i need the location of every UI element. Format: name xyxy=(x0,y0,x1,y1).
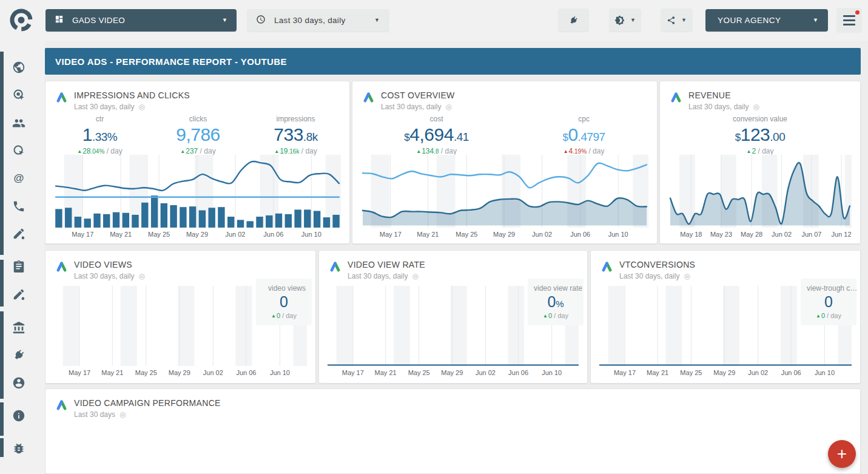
hamburger-icon xyxy=(843,15,855,17)
x-axis-label: May 17 xyxy=(614,369,636,376)
sidebar-item-billing bank-icon[interactable] xyxy=(12,321,25,334)
card-subtitle: Last 30 days xyxy=(74,410,115,419)
delta-up-icon: ▲ xyxy=(271,313,276,319)
card-title: IMPRESSIONS AND CLICKS xyxy=(74,90,190,100)
overlay-metric-value: 0% xyxy=(534,294,577,312)
sidebar-item-help info-icon[interactable] xyxy=(12,409,25,422)
sidebar-item-web globe-icon[interactable] xyxy=(12,61,25,74)
goal-icon: ◎ xyxy=(445,103,451,111)
plus-icon: + xyxy=(837,444,847,464)
agency-selector[interactable]: YOUR AGENCY ▼ xyxy=(705,9,828,32)
revenue-chart: May 18May 23May 28Jun 02Jun 07Jun 12 xyxy=(668,155,852,240)
delta-up-icon: ▲ xyxy=(180,149,185,154)
goal-icon: ◎ xyxy=(119,410,126,419)
sidebar-item-design pencil-dot-icon[interactable] xyxy=(12,288,25,301)
metric-overlay: view-trough c…0▲0 / day xyxy=(801,279,856,325)
x-axis-label: May 25 xyxy=(148,231,170,238)
integrations-button[interactable] xyxy=(558,8,589,32)
theme-button[interactable]: ▼ xyxy=(609,8,641,32)
card-title: VIDEO CAMPAIGN PERFORMANCE xyxy=(74,398,221,408)
dashboard-grid-icon xyxy=(55,15,64,26)
metric-value: 733.8k xyxy=(274,125,317,147)
delta-up-icon: ▲ xyxy=(77,149,82,154)
report-header: VIDEO ADS - PERFORMANCE REPORT - YOUTUBE xyxy=(45,48,861,75)
sidebar-item-integrations plug-icon[interactable] xyxy=(12,348,25,362)
metric-overlay: video views0▲0 / day xyxy=(256,279,312,325)
overlay-metric-label: video view rate xyxy=(534,284,577,293)
google-ads-icon xyxy=(55,90,68,103)
x-axis-label: May 23 xyxy=(710,231,732,238)
sidebar-item-forms clipboard-icon[interactable] xyxy=(12,260,25,273)
card-header: COST OVERVIEW Last 30 days, daily◎ xyxy=(352,81,657,111)
sidebar-item-debug bug-icon[interactable] xyxy=(12,442,25,455)
x-axis-label: Jun 06 xyxy=(263,231,283,238)
x-axis-label: Jun 10 xyxy=(815,369,835,376)
date-range-selector[interactable]: Last 30 days, daily ▼ xyxy=(247,9,389,32)
app-logo-icon xyxy=(8,7,34,33)
x-axis-label: May 17 xyxy=(380,231,402,238)
sidebar-item-audience people-icon[interactable] xyxy=(12,117,25,130)
chart-canvas: May 17May 21May 25May 29Jun 02Jun 06Jun … xyxy=(54,155,341,240)
x-axis-label: Jun 02 xyxy=(748,369,768,376)
sidebar-section-indicator xyxy=(0,311,4,399)
card-title: VTCONVERSIONS xyxy=(619,260,695,269)
clock-icon xyxy=(256,15,266,27)
card-subtitle: Last 30 days, daily xyxy=(74,103,134,111)
metric-cpc: cpc$0.4797▲4.19% / day xyxy=(562,115,605,155)
x-axis-label: May 21 xyxy=(647,369,668,376)
card-header: VTCONVERSIONS Last 30 days, daily◎ xyxy=(591,251,860,280)
share-button[interactable]: ▼ xyxy=(661,8,693,32)
x-axis-label: Jun 02 xyxy=(203,369,223,376)
date-range-label: Last 30 days, daily xyxy=(274,16,346,25)
metric-ctr: ctr1.33%▲28.04% / day xyxy=(77,115,122,155)
menu-button[interactable] xyxy=(836,8,862,33)
card-title: COST OVERVIEW xyxy=(381,90,455,100)
sidebar-section-indicator xyxy=(0,438,4,457)
sidebar-item-ads ad-target-icon[interactable] xyxy=(12,88,25,101)
card-video-views: VIDEO VIEWS Last 30 days, daily◎ video v… xyxy=(45,250,316,384)
card-header: VIDEO VIEWS Last 30 days, daily◎ xyxy=(45,251,315,280)
sidebar-item-profile person-icon[interactable] xyxy=(12,376,25,390)
google-ads-icon xyxy=(362,90,375,103)
x-axis-label: Jun 10 xyxy=(542,369,562,376)
x-axis-label: Jun 06 xyxy=(570,231,590,238)
topbar: GADS VIDEO ▼ Last 30 days, daily ▼ ▼ ▼ Y… xyxy=(0,0,868,41)
card-header: REVENUE Last 30 days, daily◎ xyxy=(660,81,860,111)
overlay-metric-delta: ▲0 / day xyxy=(807,312,850,319)
metric-label: clicks xyxy=(176,115,220,123)
goal-icon: ◎ xyxy=(138,272,144,280)
x-axis-label: Jun 02 xyxy=(476,369,496,376)
card-video-campaign-performance: VIDEO CAMPAIGN PERFORMANCE Last 30 days◎ xyxy=(45,388,861,474)
x-axis-label: May 21 xyxy=(110,231,132,238)
chart-canvas: May 17May 21May 25May 29Jun 02Jun 06Jun … xyxy=(361,155,648,240)
x-axis-label: Jun 02 xyxy=(532,231,552,238)
sidebar-item-seo globe-pointer-icon[interactable] xyxy=(12,144,25,157)
cost-overview-chart: May 17May 21May 25May 29Jun 02Jun 06Jun … xyxy=(361,155,648,240)
x-axis-label: May 25 xyxy=(456,231,477,238)
sidebar-item-edit pencil-icon[interactable] xyxy=(12,227,25,240)
metric-clicks: clicks9,786▲237 / day xyxy=(176,115,220,155)
metric-conversion-value: conversion value$123.00▲2 / day xyxy=(733,115,787,155)
dashboard-selector-label: GADS VIDEO xyxy=(72,16,125,25)
add-widget-button[interactable]: + xyxy=(828,440,856,468)
metric-value: 9,786 xyxy=(176,125,220,147)
metric-label: impressions xyxy=(274,115,317,123)
plug-icon xyxy=(568,15,579,25)
metric-delta: ▲237 / day xyxy=(176,147,220,155)
card-header: IMPRESSIONS AND CLICKS Last 30 days, dai… xyxy=(45,81,349,111)
overlay-metric-label: view-trough c… xyxy=(807,284,850,293)
google-ads-icon xyxy=(55,260,68,273)
sidebar-item-email at-sign-icon[interactable]: @ xyxy=(12,172,25,185)
caret-down-icon: ▼ xyxy=(813,18,818,23)
metric-delta: ▲134.8 / day xyxy=(404,147,468,155)
card-vtconversions: VTCONVERSIONS Last 30 days, daily◎ view-… xyxy=(590,250,861,384)
x-axis-label: Jun 10 xyxy=(608,231,628,238)
metric-delta: ▲4.19% / day xyxy=(562,147,605,155)
sidebar-item-calls phone-icon[interactable] xyxy=(12,200,25,213)
caret-down-icon: ▼ xyxy=(681,18,687,23)
dashboard-selector[interactable]: GADS VIDEO ▼ xyxy=(45,9,237,32)
card-title: VIDEO VIEW RATE xyxy=(348,260,425,269)
x-axis-label: Jun 10 xyxy=(301,231,321,238)
svg-text:@: @ xyxy=(14,172,24,184)
x-axis-label: May 17 xyxy=(342,369,364,376)
